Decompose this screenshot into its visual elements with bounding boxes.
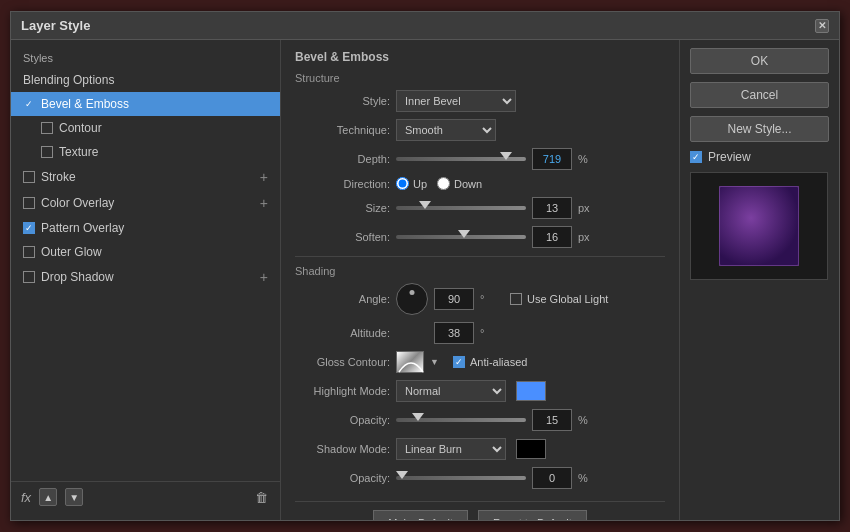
contour-label: Contour <box>59 121 102 135</box>
new-style-button[interactable]: New Style... <box>690 116 829 142</box>
contour-dropdown-arrow[interactable]: ▼ <box>430 357 439 367</box>
sidebar-item-contour[interactable]: Contour <box>11 116 280 140</box>
dial-indicator <box>410 290 415 295</box>
ok-button[interactable]: OK <box>690 48 829 74</box>
depth-slider-thumb[interactable] <box>500 152 512 160</box>
preview-checkbox[interactable]: ✓ <box>690 151 702 163</box>
layer-up-button[interactable]: ▲ <box>39 488 57 506</box>
shadow-opacity-thumb[interactable] <box>396 471 408 479</box>
use-global-light-row: Use Global Light <box>510 293 608 305</box>
bevel-checkbox[interactable]: ✓ <box>23 98 35 110</box>
technique-select[interactable]: Smooth Chisel Hard Chisel Soft <box>396 119 496 141</box>
texture-checkbox[interactable] <box>41 146 53 158</box>
sidebar-item-pattern-overlay[interactable]: ✓ Pattern Overlay <box>11 216 280 240</box>
angle-dial[interactable] <box>396 283 428 315</box>
direction-radio-group: Up Down <box>396 177 482 190</box>
angle-input[interactable] <box>434 288 474 310</box>
contour-checkbox[interactable] <box>41 122 53 134</box>
stroke-checkbox[interactable] <box>23 171 35 183</box>
sidebar-item-bevel[interactable]: ✓ Bevel & Emboss <box>11 92 280 116</box>
structure-label: Structure <box>295 72 665 84</box>
angle-row: Angle: ° Use Global Light <box>295 283 665 315</box>
layer-down-button[interactable]: ▼ <box>65 488 83 506</box>
make-default-button[interactable]: Make Default <box>373 510 468 520</box>
dialog-body: Styles Blending Options ✓ Bevel & Emboss… <box>11 40 839 520</box>
left-panel: Styles Blending Options ✓ Bevel & Emboss… <box>11 40 281 520</box>
shadow-opacity-input[interactable] <box>532 467 572 489</box>
size-row: Size: px <box>295 197 665 219</box>
size-slider-track <box>396 206 526 210</box>
highlight-mode-select[interactable]: Normal Screen Multiply <box>396 380 506 402</box>
highlight-opacity-row: Opacity: % <box>295 409 665 431</box>
preview-canvas <box>690 172 828 280</box>
size-slider-thumb[interactable] <box>419 201 431 209</box>
gloss-contour-label: Gloss Contour: <box>295 356 390 368</box>
color-overlay-checkbox[interactable] <box>23 197 35 209</box>
shading-label: Shading <box>295 265 665 277</box>
depth-label: Depth: <box>295 153 390 165</box>
pattern-overlay-label: Pattern Overlay <box>41 221 124 235</box>
shadow-color-swatch[interactable] <box>516 439 546 459</box>
close-button[interactable]: ✕ <box>815 19 829 33</box>
gloss-contour-preview[interactable] <box>396 351 424 373</box>
direction-up-radio[interactable] <box>396 177 409 190</box>
drop-shadow-add-icon[interactable]: + <box>260 269 268 285</box>
title-bar: Layer Style ✕ <box>11 12 839 40</box>
size-unit: px <box>578 202 596 214</box>
sidebar-item-blending[interactable]: Blending Options <box>11 68 280 92</box>
shadow-opacity-slider <box>396 476 526 480</box>
global-light-checkbox[interactable] <box>510 293 522 305</box>
depth-input[interactable] <box>532 148 572 170</box>
stroke-add-icon[interactable]: + <box>260 169 268 185</box>
highlight-opacity-thumb[interactable] <box>412 413 424 421</box>
soften-slider-thumb[interactable] <box>458 230 470 238</box>
reset-to-default-button[interactable]: Reset to Default <box>478 510 587 520</box>
preview-checkbox-row: ✓ Preview <box>690 150 829 164</box>
altitude-input[interactable] <box>434 322 474 344</box>
bottom-buttons: Make Default Reset to Default <box>295 501 665 520</box>
cancel-button[interactable]: Cancel <box>690 82 829 108</box>
direction-down-label[interactable]: Down <box>437 177 482 190</box>
left-footer: fx ▲ ▼ 🗑 <box>11 481 280 512</box>
bevel-label: Bevel & Emboss <box>41 97 129 111</box>
center-panel: Bevel & Emboss Structure Style: Inner Be… <box>281 40 679 520</box>
depth-unit: % <box>578 153 596 165</box>
shadow-mode-select[interactable]: Linear Burn Normal Multiply <box>396 438 506 460</box>
preview-label: Preview <box>708 150 751 164</box>
color-overlay-add-icon[interactable]: + <box>260 195 268 211</box>
shadow-opacity-label: Opacity: <box>295 472 390 484</box>
shadow-opacity-unit: % <box>578 472 596 484</box>
sidebar-item-texture[interactable]: Texture <box>11 140 280 164</box>
sidebar-item-stroke[interactable]: Stroke + <box>11 164 280 190</box>
style-select[interactable]: Inner Bevel Outer Bevel Emboss Pillow Em… <box>396 90 516 112</box>
soften-unit: px <box>578 231 596 243</box>
outer-glow-checkbox[interactable] <box>23 246 35 258</box>
size-input[interactable] <box>532 197 572 219</box>
drop-shadow-checkbox[interactable] <box>23 271 35 283</box>
direction-up-label[interactable]: Up <box>396 177 427 190</box>
delete-layer-button[interactable]: 🗑 <box>252 488 270 506</box>
direction-down-radio[interactable] <box>437 177 450 190</box>
outer-glow-label: Outer Glow <box>41 245 102 259</box>
texture-label: Texture <box>59 145 98 159</box>
highlight-opacity-label: Opacity: <box>295 414 390 426</box>
style-label: Style: <box>295 95 390 107</box>
soften-input[interactable] <box>532 226 572 248</box>
sidebar-item-outer-glow[interactable]: Outer Glow <box>11 240 280 264</box>
shadow-mode-label: Shadow Mode: <box>295 443 390 455</box>
direction-row: Direction: Up Down <box>295 177 665 190</box>
shadow-mode-row: Shadow Mode: Linear Burn Normal Multiply <box>295 438 665 460</box>
layer-style-dialog: Layer Style ✕ Styles Blending Options ✓ … <box>10 11 840 521</box>
sidebar-item-color-overlay[interactable]: Color Overlay + <box>11 190 280 216</box>
right-panel: OK Cancel New Style... ✓ Preview <box>679 40 839 520</box>
angle-label: Angle: <box>295 293 390 305</box>
sidebar-item-drop-shadow[interactable]: Drop Shadow + <box>11 264 280 290</box>
altitude-row: Altitude: ° <box>295 322 665 344</box>
highlight-color-swatch[interactable] <box>516 381 546 401</box>
pattern-overlay-checkbox[interactable]: ✓ <box>23 222 35 234</box>
style-row: Style: Inner Bevel Outer Bevel Emboss Pi… <box>295 90 665 112</box>
highlight-opacity-input[interactable] <box>532 409 572 431</box>
global-light-label: Use Global Light <box>527 293 608 305</box>
drop-shadow-label: Drop Shadow <box>41 270 114 284</box>
anti-aliased-checkbox[interactable]: ✓ <box>453 356 465 368</box>
